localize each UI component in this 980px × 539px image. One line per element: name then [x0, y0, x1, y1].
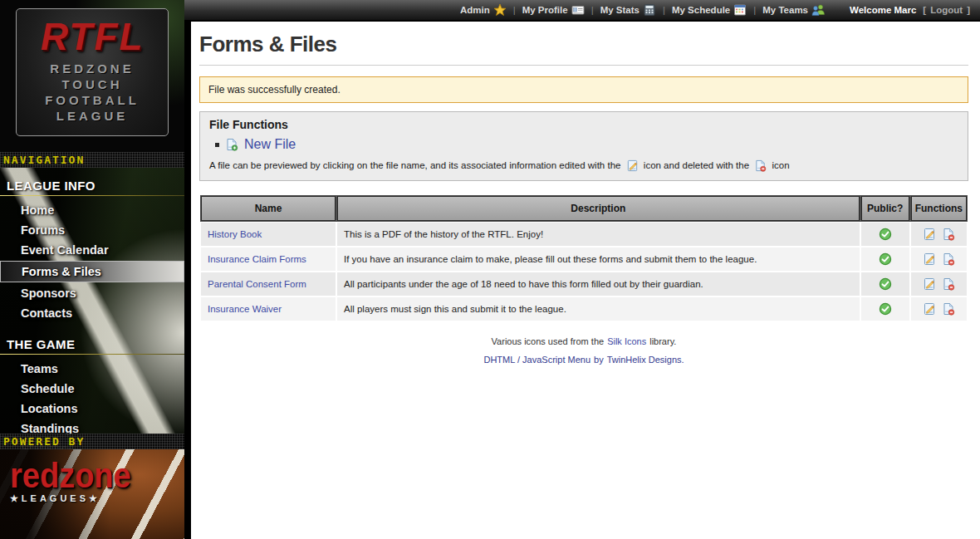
footer-credits-menu: DHTML / JavaScript MenubyTwinHelix Desig…: [199, 355, 968, 365]
files-table: Name Description Public? Functions Histo…: [199, 194, 968, 322]
league-name: REDZONE TOUCH FOOTBALL LEAGUE: [17, 61, 168, 124]
logout-button[interactable]: [ Logout ]: [923, 5, 970, 15]
sidebar-item-teams[interactable]: Teams: [0, 359, 184, 379]
public-check-icon: [879, 277, 892, 291]
topbar-item-my-profile[interactable]: My Profile: [522, 3, 585, 17]
file-name-link[interactable]: Insurance Waiver: [208, 304, 282, 314]
twinhelix-link[interactable]: TwinHelix Designs.: [607, 355, 684, 365]
vcard-icon: [571, 3, 585, 17]
topbar-item-my-teams[interactable]: My Teams: [762, 3, 825, 17]
delete-file-icon[interactable]: [942, 277, 955, 291]
page-title: Forms & Files: [199, 32, 968, 66]
column-header-description: Description: [337, 196, 860, 221]
league-info-list: Home Forums Event Calendar Forms & Files…: [0, 200, 184, 323]
league-logo: RTFL REDZONE TOUCH FOOTBALL LEAGUE: [16, 8, 169, 136]
topbar-separator: |: [663, 5, 665, 15]
topbar-separator: |: [591, 5, 594, 15]
file-name-link[interactable]: Parental Consent Form: [208, 279, 306, 289]
dhtml-menu-link[interactable]: DHTML / JavaScript Menu: [483, 355, 590, 365]
league-logo-area: RTFL REDZONE TOUCH FOOTBALL LEAGUE: [0, 0, 184, 152]
file-name-link[interactable]: History Book: [208, 229, 262, 239]
table-row: History Book This is a PDF of the histor…: [201, 223, 967, 246]
list-bullet: [215, 143, 219, 147]
table-row: Parental Consent Form All participants u…: [201, 272, 967, 296]
public-check-icon: [879, 252, 892, 266]
sidebar-item-sponsors[interactable]: Sponsors: [0, 283, 184, 303]
edit-file-icon[interactable]: [923, 302, 936, 316]
topbar-item-my-stats[interactable]: My Stats: [600, 3, 656, 17]
column-header-public: Public?: [861, 196, 909, 221]
delete-file-icon[interactable]: [942, 252, 955, 266]
sidebar-item-forums[interactable]: Forums: [0, 220, 184, 240]
delete-file-icon[interactable]: [942, 302, 955, 316]
main-content: Forms & Files File was successfully crea…: [191, 22, 980, 539]
file-functions-help: A file can be previewed by clicking on t…: [209, 159, 958, 172]
table-row: Insurance Claim Forms If you have an ins…: [201, 247, 967, 271]
delete-icon: [754, 159, 767, 172]
table-row: Insurance Waiver All players must sign t…: [201, 297, 967, 321]
navigation-ticker: NAVIGATION: [0, 152, 184, 168]
edit-file-icon[interactable]: [923, 252, 936, 266]
file-functions-title: File Functions: [209, 118, 958, 131]
topbar: Admin | My Profile | My Stats | My Sched…: [184, 0, 980, 21]
file-description: If you have an insurance claim to make, …: [337, 247, 860, 271]
calendar-icon: [733, 3, 747, 17]
powered-by-ticker: POWERED BY: [0, 434, 184, 449]
star-icon: [493, 3, 507, 17]
group-icon: [811, 3, 825, 17]
sidebar-item-event-calendar[interactable]: Event Calendar: [0, 240, 184, 260]
sidebar: RTFL REDZONE TOUCH FOOTBALL LEAGUE NAVIG…: [0, 0, 184, 539]
public-check-icon: [879, 228, 892, 241]
sidebar-item-contacts[interactable]: Contacts: [0, 303, 184, 323]
file-name-link[interactable]: Insurance Claim Forms: [208, 254, 306, 264]
edit-icon: [626, 159, 639, 172]
new-file-icon[interactable]: [225, 138, 238, 151]
powered-by-logo-area: redzone ★LEAGUES★: [0, 449, 184, 539]
footer-credits-icons: Various icons used from theSilk Iconslib…: [199, 336, 968, 346]
file-description: All players must sign this and submit it…: [337, 297, 860, 321]
sidebar-item-forms-files[interactable]: Forms & Files: [0, 261, 184, 282]
edit-file-icon[interactable]: [923, 228, 936, 241]
topbar-item-my-schedule[interactable]: My Schedule: [672, 3, 747, 17]
league-acronym: RTFL: [17, 14, 168, 59]
public-check-icon: [879, 302, 892, 316]
column-header-name: Name: [201, 196, 336, 221]
section-rule: [0, 195, 184, 196]
file-description: All participants under the age of 18 nee…: [337, 272, 860, 296]
sidebar-nav: LEAGUE INFO Home Forums Event Calendar F…: [0, 168, 184, 434]
flash-message: File was successfully created.: [199, 76, 968, 103]
file-functions-panel: File Functions New File A file can be pr…: [199, 111, 968, 181]
topbar-separator: |: [513, 5, 516, 15]
rtfl-app: RTFL REDZONE TOUCH FOOTBALL LEAGUE NAVIG…: [0, 0, 980, 539]
calculator-icon: [643, 3, 656, 17]
file-description: This is a PDF of the history of the RTFL…: [337, 223, 860, 246]
sidebar-item-locations[interactable]: Locations: [0, 399, 184, 419]
new-file-row: New File: [215, 137, 958, 152]
edit-file-icon[interactable]: [923, 277, 936, 291]
column-header-functions: Functions: [911, 196, 967, 221]
redzone-leagues-logo[interactable]: redzone ★LEAGUES★: [10, 456, 131, 504]
section-title-the-game: THE GAME: [0, 326, 184, 354]
sidebar-item-schedule[interactable]: Schedule: [0, 379, 184, 399]
delete-file-icon[interactable]: [942, 228, 955, 241]
topbar-item-admin[interactable]: Admin: [460, 3, 507, 17]
section-title-league-info: LEAGUE INFO: [0, 168, 184, 195]
table-header-row: Name Description Public? Functions: [201, 196, 967, 221]
sidebar-item-home[interactable]: Home: [0, 200, 184, 220]
section-rule: [0, 354, 184, 355]
page-footer: Various icons used from theSilk Iconslib…: [199, 336, 968, 365]
silk-icons-link[interactable]: Silk Icons: [607, 336, 646, 346]
welcome-text: Welcome Marc: [850, 5, 916, 15]
topbar-separator: |: [753, 5, 756, 15]
new-file-link[interactable]: New File: [244, 137, 296, 152]
